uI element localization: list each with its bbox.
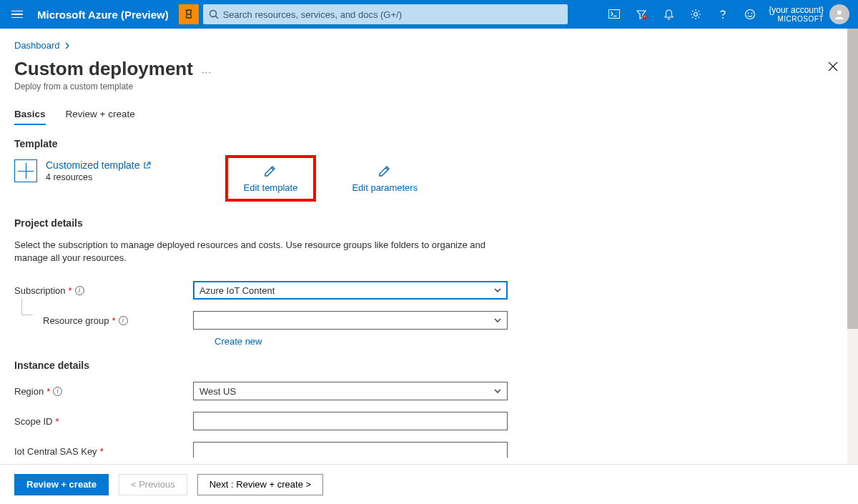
search-placeholder: Search resources, services, and docs (G+… (223, 9, 402, 20)
svg-line-14 (692, 11, 693, 11)
svg-line-2 (191, 10, 192, 11)
project-heading: Project details (14, 217, 844, 229)
svg-text:?: ? (644, 15, 646, 19)
scope-id-field[interactable] (193, 412, 508, 430)
create-new-rg-link[interactable]: Create new (214, 336, 844, 347)
feedback-icon[interactable] (737, 0, 763, 29)
tab-bar: Basics Review + create (14, 109, 844, 125)
breadcrumb-root[interactable]: Dashboard (14, 40, 60, 51)
svg-line-16 (692, 17, 693, 18)
svg-point-0 (186, 10, 190, 14)
account-tenant: MICROSOFT (769, 15, 824, 23)
svg-point-18 (722, 17, 724, 19)
search-input[interactable]: Search resources, services, and docs (G+… (203, 4, 568, 24)
scope-id-label: Scope ID (14, 416, 52, 427)
more-menu-icon[interactable]: ··· (202, 66, 212, 77)
settings-gear-icon[interactable] (683, 0, 709, 29)
required-icon: * (55, 416, 59, 427)
scrollbar[interactable] (847, 29, 858, 458)
subscription-select[interactable]: Azure IoT Content (193, 281, 508, 300)
required-icon: * (69, 285, 72, 296)
info-icon[interactable]: i (75, 286, 84, 295)
directory-filter-icon[interactable]: ? (628, 0, 654, 29)
svg-point-22 (837, 11, 842, 15)
edit-template-button[interactable]: Edit template (230, 159, 312, 197)
account-name: {your account} (769, 6, 824, 15)
instance-heading: Instance details (14, 360, 844, 371)
chevron-right-icon (64, 42, 70, 49)
preview-badge-icon[interactable] (179, 4, 199, 24)
top-bar: Microsoft Azure (Preview) Search resourc… (0, 0, 858, 29)
chevron-down-icon (494, 317, 501, 324)
resource-group-select[interactable] (193, 311, 508, 330)
close-blade-button[interactable] (828, 61, 838, 74)
svg-line-15 (699, 17, 699, 18)
info-icon[interactable]: i (53, 387, 62, 396)
region-label: Region (14, 386, 44, 397)
svg-point-19 (746, 10, 755, 19)
help-icon[interactable] (710, 0, 736, 29)
blade-content: Dashboard Custom deployment Deploy from … (0, 29, 858, 458)
svg-rect-5 (609, 10, 620, 19)
page-title: Custom deployment (14, 58, 193, 80)
avatar-icon (829, 4, 849, 24)
pencil-icon (263, 164, 277, 178)
edit-parameters-button[interactable]: Edit parameters (337, 159, 432, 197)
svg-line-4 (215, 16, 218, 19)
svg-point-3 (209, 11, 216, 17)
project-description: Select the subscription to manage deploy… (14, 239, 486, 265)
menu-hamburger-icon[interactable] (9, 6, 29, 23)
template-resource-count: 4 resources (46, 172, 151, 182)
cloud-shell-icon[interactable] (601, 0, 627, 29)
chevron-down-icon (494, 287, 501, 294)
required-icon: * (112, 315, 116, 326)
chevron-down-icon (494, 387, 501, 395)
required-icon: * (46, 386, 50, 397)
notifications-icon[interactable] (656, 0, 681, 29)
template-heading: Template (14, 138, 844, 149)
template-grid-icon (14, 159, 37, 182)
svg-point-21 (751, 13, 753, 14)
breadcrumb: Dashboard (14, 40, 844, 51)
external-link-icon (143, 162, 151, 169)
pencil-icon (378, 164, 392, 178)
svg-point-20 (748, 13, 749, 14)
page-subtitle: Deploy from a custom template (14, 81, 193, 92)
svg-point-9 (694, 13, 698, 16)
search-icon (209, 9, 219, 19)
sas-key-field[interactable] (193, 442, 508, 458)
tab-basics[interactable]: Basics (14, 109, 46, 125)
customized-template-link[interactable]: Customized template (46, 159, 151, 171)
brand-title: Microsoft Azure (Preview) (37, 9, 169, 21)
subscription-label: Subscription (14, 285, 66, 296)
svg-line-17 (699, 11, 699, 11)
resource-group-label: Resource group (43, 315, 109, 326)
required-icon: * (100, 446, 104, 457)
svg-line-1 (186, 10, 187, 11)
tab-review-create[interactable]: Review + create (66, 109, 135, 125)
sas-key-label: Iot Central SAS Key (14, 446, 97, 457)
svg-line-25 (147, 162, 150, 166)
info-icon[interactable]: i (119, 316, 128, 325)
account-menu[interactable]: {your account} MICROSOFT (764, 4, 854, 24)
region-select[interactable]: West US (193, 382, 508, 400)
